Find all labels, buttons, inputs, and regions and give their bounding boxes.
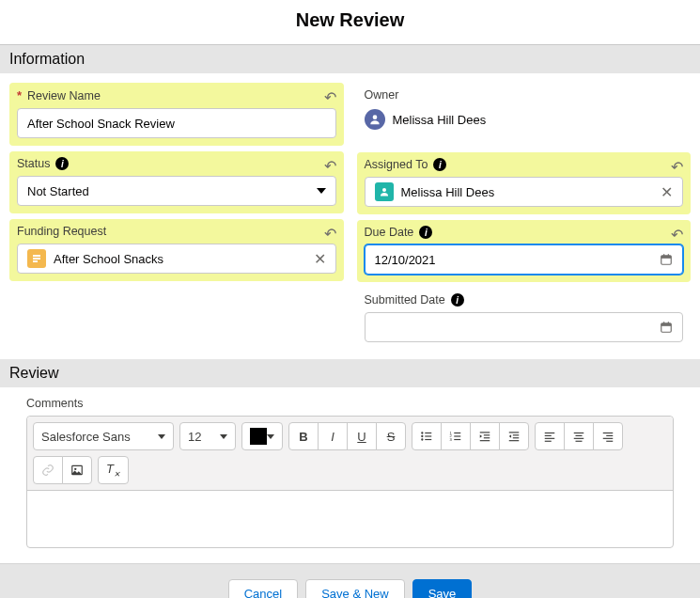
comments-label: Comments (26, 397, 674, 410)
funding-request-label: Funding Request (17, 225, 106, 238)
owner-value: Melissa Hill Dees (393, 113, 487, 127)
image-button[interactable] (62, 456, 92, 484)
status-select[interactable]: Not Started (17, 176, 336, 206)
svg-rect-38 (576, 435, 583, 436)
due-date-text[interactable] (375, 253, 661, 267)
svg-rect-16 (425, 435, 431, 436)
submitted-date-input[interactable] (365, 312, 684, 342)
svg-rect-7 (663, 254, 664, 257)
svg-point-17 (421, 438, 423, 440)
rte-toolbar: Salesforce Sans 12 B I U S (27, 417, 673, 491)
svg-rect-33 (545, 433, 555, 433)
right-column: Owner Melissa Hill Dees ↶ Assigned To i … (357, 83, 692, 350)
owner-row: Melissa Hill Dees (365, 107, 684, 139)
due-date-input[interactable] (365, 244, 684, 275)
field-submitted-date: Submitted Date i (357, 288, 692, 350)
svg-rect-6 (661, 256, 672, 259)
contact-icon (375, 182, 394, 201)
svg-rect-27 (484, 437, 490, 438)
link-button[interactable] (33, 456, 63, 484)
clear-icon[interactable]: ✕ (661, 183, 673, 201)
undo-icon[interactable]: ↶ (671, 158, 683, 176)
numbered-list-button[interactable]: 123 (441, 422, 471, 450)
chevron-down-icon (267, 434, 274, 439)
svg-rect-1 (33, 258, 40, 260)
assigned-to-lookup[interactable]: Melissa Hill Dees ✕ (365, 177, 684, 207)
field-status: ↶ Status i Not Started (9, 151, 344, 213)
label-row: Due Date i (365, 226, 684, 239)
align-center-button[interactable] (564, 422, 594, 450)
owner-label: Owner (365, 88, 399, 102)
save-and-new-button[interactable]: Save & New (305, 579, 405, 598)
funding-request-value: After School Snacks (54, 252, 306, 266)
undo-icon[interactable]: ↶ (324, 88, 336, 106)
insert-group (33, 456, 92, 484)
info-icon[interactable]: i (433, 158, 446, 171)
undo-icon[interactable]: ↶ (324, 157, 336, 175)
clear-icon[interactable]: ✕ (314, 250, 326, 268)
calendar-icon[interactable] (660, 321, 673, 334)
chevron-down-icon (220, 434, 227, 439)
indent-button[interactable] (470, 422, 500, 450)
strikethrough-button[interactable]: S (376, 422, 406, 450)
svg-rect-0 (33, 255, 40, 257)
left-column: ↶ * Review Name ↶ Status i Not Started ↶ (9, 83, 344, 350)
review-name-text[interactable] (27, 117, 326, 131)
font-color-select[interactable] (241, 422, 283, 450)
comments-wrap: Comments Salesforce Sans 12 B I U S (0, 387, 700, 563)
svg-point-15 (421, 435, 423, 437)
calendar-icon[interactable] (660, 253, 673, 266)
svg-rect-39 (574, 438, 584, 439)
bullet-list-button[interactable] (412, 422, 442, 450)
svg-point-46 (74, 468, 76, 470)
svg-rect-8 (668, 254, 669, 257)
submitted-date-label: Submitted Date (365, 293, 445, 307)
info-icon[interactable]: i (55, 157, 69, 170)
field-assigned-to: ↶ Assigned To i Melissa Hill Dees ✕ (357, 152, 692, 214)
clear-formatting-button[interactable]: T✕ (98, 456, 129, 484)
color-swatch-icon (250, 428, 267, 445)
outdent-button[interactable] (499, 422, 529, 450)
label-row: Submitted Date i (365, 293, 684, 307)
info-icon[interactable]: i (451, 293, 464, 307)
svg-rect-43 (603, 438, 614, 439)
svg-rect-2 (33, 260, 38, 262)
svg-rect-31 (513, 437, 519, 438)
font-size-select[interactable]: 12 (179, 422, 236, 450)
bold-button[interactable]: B (288, 422, 319, 450)
cancel-button[interactable]: Cancel (228, 579, 298, 598)
field-review-name: ↶ * Review Name (9, 83, 344, 146)
underline-button[interactable]: U (347, 422, 377, 450)
svg-rect-10 (661, 323, 672, 326)
svg-rect-28 (480, 440, 490, 441)
info-icon[interactable]: i (419, 226, 432, 239)
align-right-button[interactable] (593, 422, 623, 450)
information-columns: ↶ * Review Name ↶ Status i Not Started ↶ (0, 73, 700, 359)
save-button[interactable]: Save (412, 579, 473, 598)
svg-point-3 (372, 115, 377, 119)
required-asterisk: * (17, 88, 22, 102)
status-label: Status (17, 157, 50, 170)
rte-body[interactable] (27, 491, 673, 547)
funding-request-lookup[interactable]: After School Snacks ✕ (17, 244, 336, 274)
due-date-label: Due Date (365, 226, 414, 239)
field-due-date: ↶ Due Date i (357, 220, 692, 282)
svg-rect-37 (574, 433, 584, 433)
svg-rect-35 (545, 438, 555, 439)
svg-rect-22 (454, 435, 460, 436)
italic-button[interactable]: I (318, 422, 348, 450)
font-family-select[interactable]: Salesforce Sans (33, 422, 174, 450)
undo-icon[interactable]: ↶ (671, 226, 683, 244)
svg-rect-24 (454, 439, 460, 440)
label-row: Status i (17, 157, 336, 170)
svg-rect-20 (454, 433, 460, 433)
funding-request-icon (27, 249, 46, 268)
submitted-date-text[interactable] (375, 321, 661, 335)
align-left-button[interactable] (535, 422, 565, 450)
text-style-group: B I U S (288, 422, 406, 450)
review-name-input[interactable] (17, 108, 336, 138)
svg-rect-14 (425, 433, 431, 433)
label-row: Owner (365, 88, 684, 102)
chevron-down-icon (158, 434, 165, 439)
undo-icon[interactable]: ↶ (324, 225, 336, 243)
